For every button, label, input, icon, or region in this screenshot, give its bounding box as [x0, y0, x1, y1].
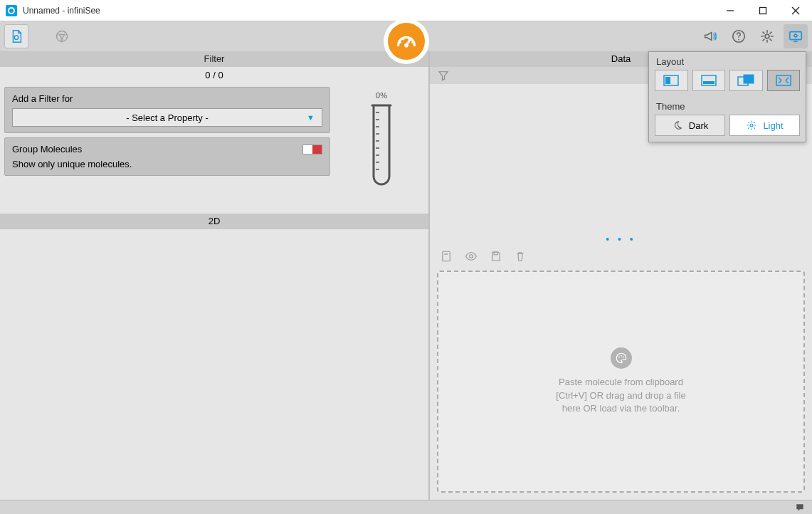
svg-point-9 — [402, 38, 404, 41]
save-icon[interactable] — [490, 250, 502, 263]
group-panel: Group Molecules Show only unique molecul… — [4, 137, 330, 176]
display-settings-popover: Layout Theme Dark Light — [648, 51, 806, 142]
theme-dark-button[interactable]: Dark — [655, 115, 725, 136]
notification-icon[interactable] — [795, 503, 805, 513]
lower-toolbar — [430, 246, 812, 266]
help-button[interactable] — [727, 24, 751, 48]
svg-point-4 — [14, 36, 19, 40]
twod-header: 2D — [0, 214, 428, 229]
layout-option-1[interactable] — [655, 70, 688, 91]
minimize-button[interactable] — [714, 0, 747, 21]
svg-line-41 — [779, 78, 781, 80]
announce-button[interactable] — [698, 24, 722, 48]
svg-point-33 — [623, 356, 624, 357]
layout-option-3[interactable] — [729, 70, 763, 91]
add-filter-label: Add a Filter for — [12, 93, 322, 104]
svg-point-17 — [794, 34, 797, 37]
svg-point-32 — [621, 355, 622, 356]
filter-toolbar-button[interactable] — [50, 24, 74, 48]
svg-rect-27 — [443, 251, 450, 261]
filter-header: Filter — [0, 51, 428, 67]
maximize-button[interactable] — [747, 0, 779, 21]
layout-option-2[interactable] — [692, 70, 726, 91]
svg-point-29 — [470, 255, 473, 258]
svg-point-10 — [408, 38, 410, 41]
tube-percent: 0% — [376, 91, 387, 100]
svg-rect-1 — [760, 7, 766, 14]
toolbar — [0, 21, 812, 51]
theme-light-label: Light — [763, 120, 783, 131]
eye-icon[interactable] — [464, 250, 478, 263]
twod-canvas — [0, 229, 428, 500]
display-settings-button[interactable] — [784, 24, 808, 48]
svg-point-14 — [765, 34, 769, 38]
svg-point-31 — [618, 356, 620, 357]
svg-point-8 — [399, 41, 401, 43]
drag-handle-dots[interactable]: • • • — [606, 234, 636, 245]
center-dashboard-badge[interactable] — [384, 19, 429, 64]
window-title: Unnamed - infiniSee — [23, 6, 714, 16]
add-filter-panel: Add a Filter for - Select a Property - ▼ — [4, 87, 330, 133]
layout-section-title: Layout — [649, 52, 806, 70]
calc-icon[interactable] — [440, 250, 453, 263]
svg-point-11 — [411, 41, 413, 43]
property-select-placeholder: - Select a Property - — [126, 112, 209, 123]
left-pane: Filter 0 / 0 Add a Filter for - Select a… — [0, 51, 430, 500]
svg-rect-37 — [703, 81, 715, 84]
open-file-button[interactable] — [4, 24, 28, 48]
theme-dark-label: Dark — [689, 120, 708, 131]
trash-icon[interactable] — [514, 250, 527, 263]
tube-visual: 0% — [339, 87, 424, 196]
svg-point-13 — [738, 39, 739, 41]
svg-rect-40 — [776, 75, 791, 85]
funnel-icon[interactable] — [437, 69, 450, 82]
svg-rect-15 — [790, 32, 802, 40]
chevron-down-icon: ▼ — [307, 113, 315, 122]
palette-icon — [611, 347, 632, 369]
app-icon — [6, 5, 17, 16]
svg-line-42 — [786, 78, 789, 80]
theme-section-title: Theme — [649, 97, 806, 115]
group-subtext: Show only unique molecules. — [12, 159, 322, 169]
statusbar — [0, 500, 812, 514]
svg-rect-39 — [744, 75, 754, 83]
svg-line-44 — [786, 80, 789, 83]
theme-light-button[interactable]: Light — [729, 115, 800, 136]
svg-line-43 — [779, 80, 781, 83]
group-label: Group Molecules — [12, 144, 82, 154]
drop-area[interactable]: Paste molecule from clipboard [Ctrl+V] O… — [437, 271, 805, 493]
drop-text: Paste molecule from clipboard [Ctrl+V] O… — [550, 376, 692, 416]
filter-count: 0 / 0 — [0, 67, 428, 84]
svg-rect-35 — [665, 77, 670, 84]
svg-point-45 — [750, 124, 753, 127]
group-toggle[interactable] — [302, 145, 322, 154]
close-button[interactable] — [779, 0, 812, 21]
property-select[interactable]: - Select a Property - ▼ — [12, 108, 322, 127]
layout-option-4[interactable] — [767, 70, 801, 91]
settings-button[interactable] — [755, 24, 779, 48]
